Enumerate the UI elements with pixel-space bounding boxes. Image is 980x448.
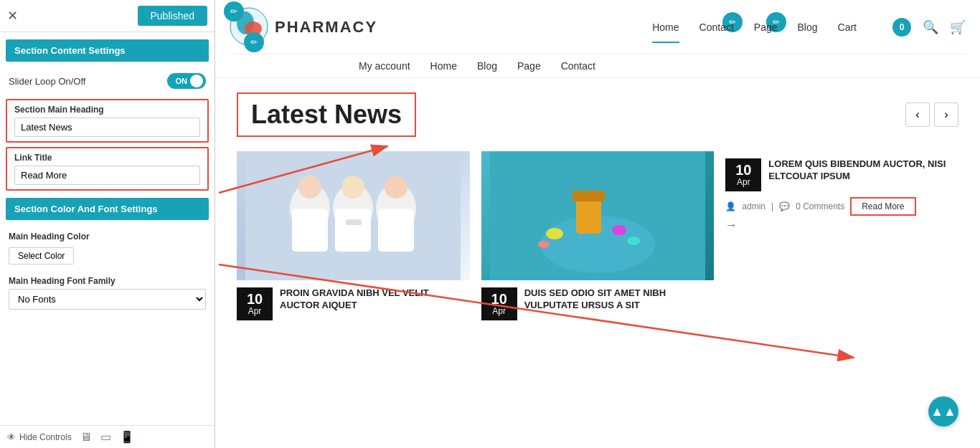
nav2-contact[interactable]: Contact [561,60,595,72]
left-panel: ✕ Published Section Content Settings Sli… [0,0,215,448]
news-item-2: 10 Apr DUIS SED ODIO SIT AMET NIBH VULPU… [481,151,715,320]
search-icon-button[interactable]: 🔍 [923,19,938,35]
nav-link-page[interactable]: Page [754,22,778,33]
nav-icons: 0 🔍 🛒 [892,18,966,37]
comment-icon: 💬 [779,201,790,211]
main-heading-color-section: Main Heading Color Select Color [0,226,215,270]
link-title-input[interactable] [14,166,200,185]
content-container: Latest News ‹ › [215,78,980,448]
link-title-field-label: Link Title [14,153,200,163]
svg-rect-12 [378,209,414,252]
comments-label: 0 Comments [796,201,844,211]
desktop-view-icon[interactable]: 🖥 [80,431,92,444]
mobile-view-icon[interactable]: 📱 [120,430,134,444]
main-area: ✏ PHARMACY ✏ Home ✏ Contact [215,0,980,448]
select-color-button[interactable]: Select Color [9,247,74,264]
scroll-top-button[interactable]: ▲▲ [928,396,958,426]
panel-scroll: Section Content Settings Slider Loop On/… [0,32,215,448]
date-box-1: 10 Apr [237,287,273,320]
date-month-1: Apr [244,306,265,316]
font-family-select[interactable]: No Fonts [9,289,206,310]
eye-icon: 👁 [7,432,16,442]
hide-controls-label: Hide Controls [19,432,72,442]
navbar: ✏ PHARMACY ✏ Home ✏ Contact [215,0,980,78]
news-meta-1: 10 Apr PROIN GRAVIDA NIBH VEL VELIT AUCT… [237,287,470,320]
read-more-button[interactable]: Read More [850,197,915,216]
tablet-view-icon[interactable]: ▭ [100,430,111,444]
color-font-settings-header: Section Color And Font Settings [6,198,209,220]
panel-bottom-bar: 👁 Hide Controls 🖥 ▭ 📱 [0,425,215,448]
news-image-pharmacy [481,151,715,280]
svg-point-11 [385,176,407,199]
edit-logo-icon[interactable]: ✏ [224,1,244,22]
slider-loop-toggle[interactable]: ON [167,73,206,89]
slider-loop-row: Slider Loop On/Off ON [0,67,215,95]
nav-link-blog[interactable]: Blog [798,22,818,33]
date-day-2: 10 [489,292,510,306]
main-heading-field-label: Section Main Heading [14,105,200,115]
close-button[interactable]: ✕ [7,8,18,24]
news-title-3: LOREM QUIS BIBENDUM AUCTOR, NISI ELTCOUA… [768,158,958,183]
published-button[interactable]: Published [138,6,208,26]
next-arrow-button[interactable]: › [934,103,958,127]
date-box-3: 10 Apr [725,158,761,191]
logo-area: ✏ PHARMACY ✏ [230,7,377,47]
nav-link-contact[interactable]: Contact [699,22,734,33]
news-item-1: 10 Apr PROIN GRAVIDA NIBH VEL VELIT AUCT… [237,151,470,320]
date-box-2: 10 Apr [481,287,517,320]
news-grid: 10 Apr PROIN GRAVIDA NIBH VEL VELIT AUCT… [237,151,958,320]
main-heading-field-group: Section Main Heading [6,99,209,143]
separator: | [771,201,773,211]
news-meta-2: 10 Apr DUIS SED ODIO SIT AMET NIBH VULPU… [481,287,715,320]
svg-point-19 [612,225,626,235]
admin-icon: 👤 [725,201,736,211]
edit-logo-bottom-icon[interactable]: ✏ [244,32,264,52]
svg-point-21 [538,241,550,248]
main-heading-input[interactable] [14,118,200,137]
svg-rect-9 [335,209,371,252]
date-month-2: Apr [489,306,510,316]
nav2-blog[interactable]: Blog [477,60,497,72]
admin-label: admin [742,201,765,211]
date-day-3: 10 [732,163,754,177]
slider-loop-label: Slider Loop On/Off [9,76,85,87]
font-family-label: Main Heading Font Family [9,276,206,286]
news-title-1: PROIN GRAVIDA NIBH VEL VELIT AUCTOR AIQU… [280,287,470,312]
content-settings-header: Section Content Settings [6,39,209,62]
section-title-row: Latest News ‹ › [237,92,958,137]
cart-icon-button[interactable]: 🛒 [950,19,966,35]
svg-point-20 [627,237,640,245]
nav-link-home[interactable]: Home [652,22,679,33]
nav2-home[interactable]: Home [430,60,457,72]
nav-links-top: Home ✏ Contact ✏ Page Blog Cart [652,21,857,34]
news-item-3: 10 Apr LOREM QUIS BIBENDUM AUCTOR, NISI … [725,151,958,320]
date-day-1: 10 [244,292,265,306]
news-title-2: DUIS SED ODIO SIT AMET NIBH VULPUTATE UR… [524,287,715,312]
logo-text: PHARMACY [275,18,377,37]
panel-top-bar: ✕ Published [0,0,215,32]
arrow-label: → [725,219,958,232]
toggle-state: ON [176,77,188,85]
svg-point-5 [298,176,321,199]
nav-arrows: ‹ › [905,103,958,127]
nav2-myaccount[interactable]: My account [359,60,410,72]
date-month-3: Apr [732,177,754,187]
news-footer-3: 👤 admin | 💬 0 Comments Read More [725,197,958,216]
nav-second-row: My account Home Blog Page Contact [230,54,966,77]
nav-top: ✏ PHARMACY ✏ Home ✏ Contact [230,0,966,54]
prev-arrow-button[interactable]: ‹ [905,103,930,127]
svg-point-18 [546,228,563,239]
font-family-section: Main Heading Font Family No Fonts [0,270,215,315]
svg-rect-6 [292,209,328,252]
nav-link-cart[interactable]: Cart [838,22,857,33]
svg-point-8 [341,176,364,199]
cart-count-badge: 0 [892,18,911,37]
news-image-doctors [237,151,470,280]
nav2-page[interactable]: Page [517,60,541,72]
section-main-heading: Latest News [237,92,416,137]
svg-rect-13 [346,219,362,225]
pharmacy-svg [490,151,705,280]
hide-controls-button[interactable]: 👁 Hide Controls [7,432,72,442]
link-title-field-group: Link Title [6,147,209,191]
doctors-svg [245,151,461,280]
